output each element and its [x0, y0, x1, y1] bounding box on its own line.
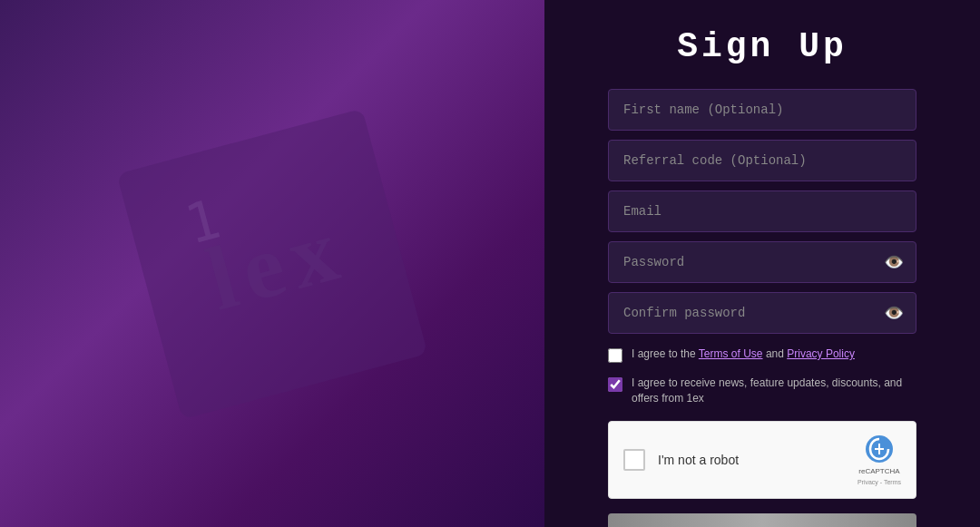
logo-card-inner: 1 l e x — [117, 108, 428, 419]
password-wrapper: 👁️ — [608, 241, 916, 283]
logo-card: 1 l e x — [117, 108, 428, 419]
recaptcha-branding: reCAPTCHA — [858, 467, 899, 475]
right-panel: Sign Up 👁️ 👁️ I agree to the — [544, 0, 980, 527]
offers-checkbox[interactable] — [608, 377, 622, 392]
terms-of-use-link[interactable]: Terms of Use — [699, 347, 763, 360]
password-input[interactable] — [608, 241, 916, 283]
terms-checkbox-row: I agree to the Terms of Use and Privacy … — [608, 346, 916, 363]
page-title: Sign Up — [677, 27, 848, 66]
offers-checkbox-row: I agree to receive news, feature updates… — [608, 376, 916, 406]
left-panel: 1 l e x — [0, 0, 544, 527]
recaptcha-links: Privacy - Terms — [858, 479, 901, 485]
terms-label-middle: and — [766, 347, 787, 360]
recaptcha-widget[interactable]: I'm not a robot reCAPTCHA Privacy - Term… — [608, 421, 916, 499]
referral-code-input[interactable] — [608, 140, 916, 181]
recaptcha-label: I'm not a robot — [658, 453, 739, 467]
logo-text: l e x — [196, 197, 348, 331]
first-name-input[interactable] — [608, 89, 916, 131]
recaptcha-right: reCAPTCHA Privacy - Terms — [858, 434, 901, 485]
confirm-password-toggle-icon[interactable]: 👁️ — [884, 303, 904, 323]
signup-form: 👁️ 👁️ I agree to the Terms of Use and Pr… — [608, 89, 916, 527]
confirm-password-wrapper: 👁️ — [608, 292, 916, 334]
terms-checkbox[interactable] — [608, 348, 622, 363]
email-input[interactable] — [608, 190, 916, 232]
referral-code-wrapper — [608, 140, 916, 181]
terms-label: I agree to the Terms of Use and Privacy … — [632, 346, 855, 362]
offers-label: I agree to receive news, feature updates… — [632, 376, 916, 406]
confirm-password-input[interactable] — [608, 292, 916, 334]
email-wrapper — [608, 190, 916, 232]
terms-label-prefix: I agree to the — [632, 347, 699, 360]
privacy-policy-link[interactable]: Privacy Policy — [787, 347, 855, 360]
recaptcha-checkbox[interactable] — [623, 449, 645, 471]
first-name-wrapper — [608, 89, 916, 131]
recaptcha-logo-icon — [865, 434, 894, 464]
logo-number: 1 — [179, 186, 227, 256]
password-toggle-icon[interactable]: 👁️ — [884, 252, 904, 272]
recaptcha-left: I'm not a robot — [623, 449, 739, 471]
sign-up-button[interactable]: SIGN UP — [608, 513, 916, 527]
